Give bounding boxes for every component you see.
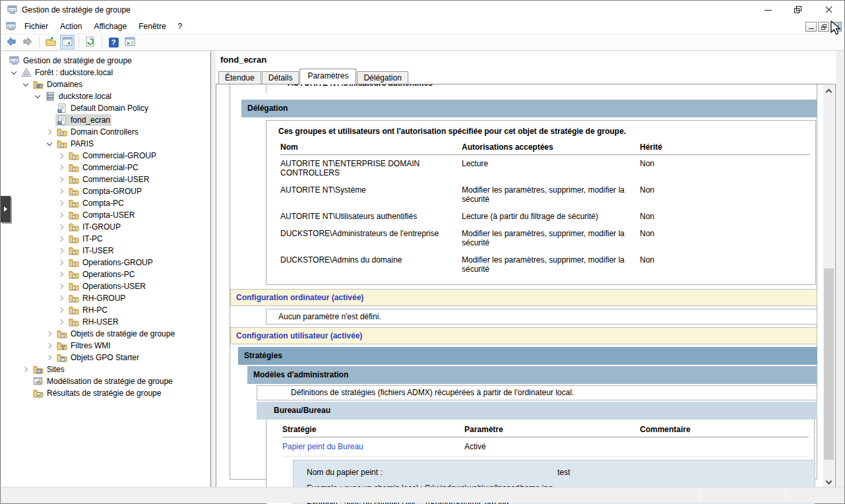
computer-config-header[interactable]: Configuration ordinateur (activée) [230, 289, 817, 306]
chevron-collapsed-icon[interactable] [55, 209, 67, 221]
chevron-collapsed-icon[interactable] [55, 245, 67, 257]
tree-item[interactable]: RH-USER [1, 316, 210, 328]
export-list-button[interactable] [44, 35, 58, 49]
tree-item[interactable]: fond_ecran [1, 114, 210, 126]
vertical-scrollbar[interactable] [823, 85, 834, 488]
gpo-folder-icon [57, 329, 67, 339]
chevron-collapsed-icon[interactable] [55, 173, 67, 185]
tree-item[interactable]: Objets GPO Starter [1, 352, 210, 363]
tree-item[interactable]: PARIS [1, 138, 210, 150]
tab-delegation[interactable]: Délégation [357, 71, 408, 84]
chevron-collapsed-icon[interactable] [55, 197, 67, 209]
tab-parametres[interactable]: Paramètres [299, 69, 356, 84]
chevron-placeholder [20, 375, 32, 387]
chevron-collapsed-icon[interactable] [55, 280, 67, 292]
settings-report-page: AUTORITE NT\Utilisateurs authentifiés Dé… [216, 84, 836, 488]
policy-link[interactable]: Papier peint du Bureau [282, 442, 464, 451]
computer-config-empty: Aucun paramètre n'est défini. [266, 309, 817, 325]
menu-help[interactable]: ? [172, 19, 189, 34]
tree-item[interactable]: duckstore.local [1, 90, 210, 102]
back-button[interactable] [4, 35, 18, 49]
tree-item[interactable]: RH-PC [1, 304, 210, 316]
mouse-cursor-icon [830, 20, 842, 38]
menu-fichier[interactable]: Fichier [18, 19, 54, 34]
tree-item[interactable]: Forêt : duckstore.local [1, 67, 210, 79]
chevron-collapsed-icon[interactable] [44, 126, 55, 138]
restore-button[interactable] [783, 1, 813, 19]
show-console-tree-button[interactable] [60, 35, 75, 49]
chevron-collapsed-icon[interactable] [55, 150, 67, 162]
autohide-panel-handle[interactable] [1, 196, 11, 222]
chevron-collapsed-icon[interactable] [55, 268, 67, 280]
tree-item-content: PARIS [55, 138, 95, 150]
tree-item[interactable]: Sites [1, 363, 210, 375]
chevron-collapsed-icon[interactable] [44, 340, 55, 352]
chevron-collapsed-icon[interactable] [20, 363, 32, 375]
tree-item[interactable]: Compta-USER [1, 209, 210, 221]
gpo-icon [57, 103, 67, 113]
chevron-collapsed-icon[interactable] [55, 316, 67, 328]
detail-label: Nom du papier peint : [307, 468, 557, 477]
tree-item[interactable]: Operations-GROUP [1, 257, 210, 268]
tree-item[interactable]: RH-GROUP [1, 292, 210, 304]
close-button[interactable] [813, 1, 844, 19]
tree-item[interactable]: Résultats de stratégie de groupe [1, 387, 210, 399]
chevron-expanded-icon[interactable] [20, 79, 32, 90]
tree-item-content: Operations-GROUP [67, 257, 154, 268]
minimize-button[interactable] [753, 1, 783, 19]
chevron-collapsed-icon[interactable] [55, 185, 67, 197]
tree-item[interactable]: Operations-PC [1, 268, 210, 280]
chevron-collapsed-icon[interactable] [55, 304, 67, 316]
bureau-section-header[interactable]: Bureau/Bureau [257, 402, 817, 420]
chevron-expanded-icon[interactable] [8, 67, 20, 79]
tree-item[interactable]: Commercial-GROUP [1, 150, 210, 162]
scroll-down-button[interactable] [823, 476, 834, 488]
delegation-name: DUCKSTORE\Admins du domaine [280, 255, 462, 274]
tree-item[interactable]: Operations-USER [1, 280, 210, 292]
tree-item[interactable]: IT-USER [1, 245, 210, 257]
menu-action[interactable]: Action [54, 19, 88, 34]
chevron-expanded-icon[interactable] [44, 138, 55, 150]
tab-etendue[interactable]: Étendue [218, 71, 261, 84]
chevron-collapsed-icon[interactable] [44, 328, 55, 340]
tree-item[interactable]: Filtres WMI [1, 340, 210, 352]
tree-item[interactable]: Compta-PC [1, 197, 210, 209]
chevron-collapsed-icon[interactable] [55, 221, 67, 233]
scrollbar-thumb[interactable] [824, 268, 834, 460]
menu-fenetre[interactable]: Fenêtre [133, 19, 172, 34]
policies-section-header[interactable]: Stratégies [238, 347, 817, 365]
tree-item[interactable]: Objets de stratégie de groupe [1, 328, 210, 340]
tree-item[interactable]: IT-GROUP [1, 221, 210, 233]
chevron-collapsed-icon[interactable] [55, 162, 67, 173]
tree-item[interactable]: IT-PC [1, 233, 210, 245]
tree-item[interactable]: Domain Controllers [1, 126, 210, 138]
tree-item[interactable]: Commercial-USER [1, 173, 210, 185]
tab-details[interactable]: Détails [262, 71, 299, 84]
scroll-up-button[interactable] [823, 85, 834, 96]
chevron-collapsed-icon[interactable] [55, 292, 67, 304]
user-config-header[interactable]: Configuration utilisateur (activée) [230, 327, 817, 344]
admin-templates-header[interactable]: Modèles d'administration [247, 366, 817, 384]
chevron-expanded-icon[interactable] [32, 90, 44, 102]
chevron-collapsed-icon[interactable] [55, 233, 67, 245]
delegation-section-header[interactable]: Délégation [241, 100, 817, 117]
chevron-collapsed-icon[interactable] [44, 352, 55, 363]
help-button[interactable]: ? [106, 35, 121, 49]
delegation-permission: Modifier les paramètres, supprimer, modi… [462, 229, 640, 247]
ou-folder-icon [69, 257, 79, 268]
tree-item[interactable]: Default Domain Policy [1, 102, 210, 114]
ou-folder-icon [69, 186, 79, 197]
tree-item[interactable]: Gestion de stratégie de groupe [1, 55, 210, 67]
tree-item[interactable]: Modélisation de stratégie de groupe [1, 375, 210, 387]
tree-item[interactable]: Compta-GROUP [1, 185, 210, 197]
chevron-collapsed-icon[interactable] [55, 257, 67, 268]
refresh-button[interactable] [83, 35, 98, 49]
tree-item[interactable]: Domaines [1, 79, 210, 90]
forward-button[interactable] [20, 35, 35, 49]
mdi-minimize-button[interactable] [805, 22, 817, 32]
tree-item[interactable]: Commercial-PC [1, 162, 210, 173]
new-window-button[interactable] [123, 35, 137, 49]
menu-affichage[interactable]: Affichage [88, 19, 133, 34]
tree-item-label: RH-PC [82, 305, 108, 315]
mdi-restore-button[interactable] [818, 22, 829, 32]
